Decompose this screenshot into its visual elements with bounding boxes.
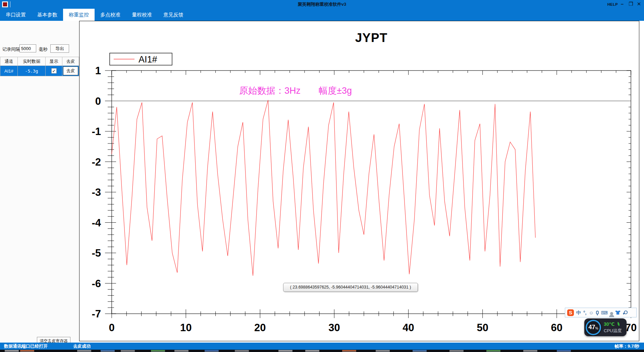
- taskbar-icon[interactable]: [5, 350, 19, 352]
- cpu-temperature: 30℃: [604, 321, 615, 327]
- close-icon[interactable]: ✕: [635, 0, 643, 9]
- y-tick-label: -5: [92, 247, 101, 259]
- cpu-percent: 47: [589, 324, 595, 331]
- skin-shirt-icon[interactable]: [615, 311, 620, 315]
- chart-panel[interactable]: 01020304050607010-1-2-3-4-5-6-7JYPT原始数据：…: [79, 21, 639, 341]
- taskbar-icon[interactable]: [121, 350, 135, 352]
- crosshair-tooltip: ( 23.6988643597625, -5.96044404714031, -…: [283, 283, 418, 292]
- windows-taskbar[interactable]: [0, 350, 644, 352]
- punctuation-icon[interactable]: °,: [583, 309, 587, 316]
- table-row[interactable]: AI1# -5.3g ✔ 去皮: [0, 66, 79, 76]
- y-tick-label: -6: [92, 278, 101, 290]
- taskbar-icon[interactable]: [278, 350, 292, 352]
- realtime-value-cell: -5.3g: [17, 66, 46, 76]
- cpu-percent-unit: %: [595, 326, 598, 330]
- tare-cell: 去皮: [62, 66, 79, 76]
- x-tick-label: 30: [328, 322, 340, 334]
- legend-label: AI1#: [139, 54, 157, 64]
- tab-6[interactable]: 意见反馈: [158, 9, 189, 21]
- show-cell: ✔: [46, 66, 62, 76]
- tare-button[interactable]: 去皮: [63, 67, 78, 75]
- x-tick-label: 40: [402, 322, 414, 334]
- title-bar: 聚英翱翔称重校准软件v3 HELP – ❐ ✕: [0, 0, 644, 9]
- taskbar-icon[interactable]: [486, 350, 500, 352]
- taskbar-icon[interactable]: [413, 350, 427, 352]
- series-line: [112, 100, 535, 276]
- status-frame-rate: 帧率：9.7/秒: [614, 343, 639, 349]
- record-interval-label: 记录间隔: [2, 46, 20, 52]
- x-tick-label: 50: [477, 322, 488, 334]
- tab-1[interactable]: 串口设置: [0, 9, 32, 21]
- tab-5[interactable]: 量程校准: [126, 9, 158, 21]
- taskbar-icon[interactable]: [235, 350, 249, 352]
- window-title: 聚英翱翔称重校准软件v3: [0, 0, 644, 9]
- cpu-temp-label: CPU温度: [604, 328, 622, 334]
- sogou-logo-icon[interactable]: S: [567, 309, 574, 316]
- show-checkbox[interactable]: ✔: [51, 68, 57, 74]
- taskbar-icon[interactable]: [151, 350, 165, 352]
- cpu-monitor-widget[interactable]: 47 % 30℃ CPU温度: [584, 318, 627, 336]
- tab-4[interactable]: 多点校准: [95, 9, 126, 21]
- taskbar-icon[interactable]: [205, 350, 219, 352]
- y-tick-label: -7: [92, 308, 101, 320]
- taskbar-icon[interactable]: [557, 350, 571, 352]
- y-tick-label: 0: [95, 95, 101, 107]
- taskbar-icon[interactable]: [449, 350, 464, 352]
- y-tick-label: -2: [92, 156, 101, 168]
- taskbar-icon[interactable]: [77, 350, 91, 352]
- header-show: 显示: [46, 57, 62, 66]
- status-tare-message: 去皮成功: [73, 343, 91, 349]
- taskbar-icon[interactable]: [342, 350, 356, 352]
- cpu-usage-ring: 47 %: [586, 320, 601, 335]
- chart-annotation: 原始数据：3Hz 幅度±3g: [239, 86, 352, 96]
- emoji-icon[interactable]: ☺: [589, 309, 594, 316]
- tab-2[interactable]: 基本参数: [32, 9, 63, 21]
- record-interval-unit: 毫秒: [39, 46, 48, 52]
- ime-toolbar[interactable]: S 中 °, ☺ ⌨: [565, 308, 637, 317]
- plot-frame: [112, 71, 631, 314]
- header-tare: 去皮: [62, 57, 79, 66]
- chinese-mode-icon[interactable]: 中: [576, 309, 581, 316]
- taskbar-icon[interactable]: [174, 350, 189, 352]
- keyboard-icon[interactable]: ⌨: [601, 309, 608, 316]
- minimize-icon[interactable]: –: [618, 0, 627, 9]
- y-tick-label: -4: [92, 217, 101, 229]
- channel-table: 通道 实时数据 显示 去皮 AI1# -5.3g ✔ 去皮: [0, 57, 79, 76]
- y-tick-label: -3: [92, 186, 101, 198]
- channel-cell: AI1#: [0, 66, 18, 76]
- x-tick-label: 0: [109, 322, 114, 334]
- tab-bar: 串口设置基本参数称重监控多点校准量程校准意见反馈: [0, 9, 644, 21]
- settings-wrench-icon[interactable]: [623, 310, 627, 314]
- header-channel: 通道: [0, 57, 18, 66]
- taskbar-icon[interactable]: [376, 350, 390, 352]
- side-panel: 记录间隔 毫秒 导出 通道 实时数据 显示 去皮 AI1# -5.3g ✔ 去皮…: [0, 21, 79, 343]
- help-button[interactable]: HELP: [607, 0, 618, 9]
- x-tick-label: 20: [254, 322, 266, 334]
- y-tick-label: 1: [95, 65, 101, 77]
- taskbar-icon[interactable]: [523, 350, 537, 352]
- header-realtime-data: 实时数据: [17, 57, 46, 66]
- line-chart: 01020304050607010-1-2-3-4-5-6-7JYPT原始数据：…: [79, 21, 639, 341]
- export-button[interactable]: 导出: [50, 44, 69, 53]
- x-tick-label: 10: [180, 322, 192, 334]
- tab-3[interactable]: 称重监控: [63, 9, 95, 21]
- chart-title: JYPT: [355, 31, 388, 45]
- microphone-icon[interactable]: [596, 311, 599, 314]
- status-bar: 数据通讯端口已经打开 去皮成功 帧率：9.7/秒: [0, 343, 644, 350]
- taskbar-icon[interactable]: [101, 350, 115, 352]
- x-tick-label: 70: [625, 322, 637, 334]
- restore-icon[interactable]: ❐: [627, 0, 635, 9]
- table-header-row: 通道 实时数据 显示 去皮: [0, 57, 79, 66]
- status-port-message: 数据通讯端口已经打开: [4, 343, 48, 349]
- taskbar-icon[interactable]: [305, 350, 319, 352]
- user-icon[interactable]: [610, 312, 613, 315]
- leaf-icon: [617, 322, 621, 326]
- x-tick-label: 60: [551, 322, 562, 334]
- record-interval-input[interactable]: [19, 44, 36, 52]
- taskbar-icon[interactable]: [20, 350, 34, 352]
- y-tick-label: -1: [92, 126, 101, 137]
